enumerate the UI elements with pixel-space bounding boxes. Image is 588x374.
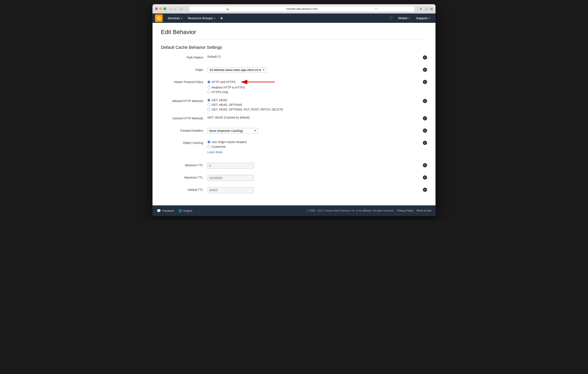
cached-http-label: Cached HTTP Methods [161,116,207,120]
allowed-http-get-head-radio[interactable] [207,99,210,102]
path-pattern-info-icon[interactable]: i [423,55,427,60]
global-nav-item[interactable]: Global ▼ [396,13,413,23]
allowed-http-get-head-options-radio[interactable] [207,103,210,106]
section-title: Default Cache Behavior Settings [161,45,427,50]
allowed-http-all-radio[interactable] [207,108,210,111]
aws-logo-icon [156,16,161,21]
forward-headers-info-icon[interactable]: i [423,128,427,133]
services-nav-item[interactable]: Services ▼ [165,13,185,23]
allowed-http-all-label: GET, HEAD, OPTIONS, PUT, POST, PATCH, DE… [212,108,283,111]
allowed-http-get-head-option[interactable]: GET, HEAD [207,98,421,102]
default-ttl-content [207,187,421,193]
tab-overview-button[interactable]: □ [179,7,184,11]
minimum-ttl-input[interactable] [207,163,254,169]
terms-of-use-link[interactable]: Terms of Use [416,209,431,212]
feedback-item[interactable]: 💬 Feedback [157,209,174,213]
privacy-policy-link[interactable]: Privacy Policy [397,209,413,212]
bookmark-nav-item[interactable]: ★ [218,16,225,21]
learn-more-link[interactable]: Learn More [207,150,223,154]
viewer-protocol-row: Viewer Protocol Policy HTTP and HTTPS [161,79,427,94]
viewer-protocol-http-https-radio[interactable] [207,81,210,84]
forward-headers-select[interactable]: None (Improves Caching) [207,128,258,134]
back-button[interactable]: ‹ [170,7,172,11]
viewer-protocol-label: Viewer Protocol Policy [161,79,207,84]
object-caching-use-origin-option[interactable]: Use Origin Cache Headers [207,140,421,144]
maximum-ttl-info-icon[interactable]: i [423,175,427,180]
page-title: Edit Behavior [161,29,427,35]
viewer-protocol-https-only-radio[interactable] [207,91,210,94]
maximize-button[interactable] [163,7,166,10]
new-tab-button[interactable]: ❏ [425,7,428,11]
viewer-protocol-http-https-label: HTTP and HTTPS [212,80,235,84]
minimize-button[interactable] [159,7,162,10]
forward-headers-row: Forward Headers None (Improves Caching) … [161,128,427,136]
nav-buttons: ‹ › [170,7,176,11]
default-ttl-label: Default TTL [161,187,207,192]
globe-icon: 🌐 [178,209,182,212]
url-bar[interactable]: 🔒 console.aws.amazon.com ↻ [189,6,415,12]
origin-select[interactable]: S3-Website-www-notes-app-client.s3-websi… [207,67,267,73]
minimum-ttl-label: Minimum TTL [161,163,207,167]
maximum-ttl-input[interactable] [207,175,254,181]
origin-info-icon[interactable]: i [423,68,427,72]
origin-content: S3-Website-www-notes-app-client.s3-websi… [207,67,421,73]
maximum-ttl-content [207,175,421,181]
allowed-http-row: Allowed HTTP Methods GET, HEAD GET, HEAD… [161,98,427,111]
maximum-ttl-value-group: i [207,175,427,181]
titlebar: ‹ › □ 🔒 console.aws.amazon.com ↻ ⬆ ❏ ⊞ [152,4,436,13]
allowed-http-get-head-options-option[interactable]: GET, HEAD, OPTIONS [207,103,421,107]
allowed-http-label: Allowed HTTP Methods [161,98,207,103]
feedback-label: Feedback [162,209,174,212]
viewer-protocol-redirect-option[interactable]: Redirect HTTP to HTTPS [207,86,421,89]
default-ttl-input[interactable] [207,187,254,193]
feedback-icon: 💬 [157,209,161,213]
cached-http-content: GET, HEAD (Cached by default) [207,116,421,119]
resource-groups-caret-icon: ▼ [213,17,216,20]
minimum-ttl-info-icon[interactable]: i [423,163,427,167]
origin-label: Origin [161,67,207,71]
share-button[interactable]: ⬆ [420,7,422,11]
viewer-protocol-redirect-radio[interactable] [207,86,210,89]
object-caching-row: Object Caching Use Origin Cache Headers … [161,140,427,154]
resource-groups-nav-item[interactable]: Resource Groups ▼ [185,13,218,23]
aws-logo [155,14,163,22]
english-item[interactable]: 🌐 English [178,209,192,212]
allowed-http-content: GET, HEAD GET, HEAD, OPTIONS GET, HEAD, … [207,98,421,111]
forward-headers-label: Forward Headers [161,128,207,132]
allowed-http-all-option[interactable]: GET, HEAD, OPTIONS, PUT, POST, PATCH, DE… [207,108,421,111]
notifications-icon[interactable]: ♡ [388,16,395,21]
traffic-lights [155,7,166,10]
footer-left: 💬 Feedback 🌐 English [157,209,192,213]
viewer-protocol-https-only-option[interactable]: HTTPS Only [207,90,421,94]
sidebar-toggle-button[interactable]: ⊞ [430,7,433,11]
forward-headers-content: None (Improves Caching) [207,128,421,134]
support-nav-item[interactable]: Support ▼ [414,13,433,23]
object-caching-info-icon[interactable]: i [423,141,427,145]
viewer-protocol-radio-group: HTTP and HTTPS [207,79,421,94]
object-caching-value-group: Use Origin Cache Headers Customize Learn… [207,140,427,154]
viewer-protocol-https-only-label: HTTPS Only [212,90,228,94]
origin-value-group: S3-Website-www-notes-app-client.s3-websi… [207,67,427,73]
maximum-ttl-label: Maximum TTL [161,175,207,179]
viewer-protocol-value-group: HTTP and HTTPS [207,79,427,94]
viewer-protocol-info-icon[interactable]: i [423,80,427,84]
red-arrow-annotation [239,79,277,85]
aws-navbar: Services ▼ Resource Groups ▼ ★ ♡ Global … [152,13,436,23]
object-caching-radio-group: Use Origin Cache Headers Customize Learn… [207,140,421,154]
default-ttl-value-group: i [207,187,427,193]
object-caching-content: Use Origin Cache Headers Customize Learn… [207,140,421,154]
support-caret-icon: ▼ [428,17,430,20]
default-ttl-info-icon[interactable]: i [423,188,427,192]
object-caching-customize-radio[interactable] [207,145,210,148]
viewer-protocol-http-https-option[interactable]: HTTP and HTTPS [207,79,421,85]
path-pattern-row: Path Pattern Default (*) i [161,55,427,63]
object-caching-customize-option[interactable]: Customize [207,145,421,148]
forward-button[interactable]: › [173,7,176,11]
titlebar-actions: ⬆ ❏ ⊞ [420,7,433,11]
allowed-http-info-icon[interactable]: i [423,99,427,103]
footer: 💬 Feedback 🌐 English © 2008 - 2017, Amaz… [152,205,436,216]
cached-http-info-icon[interactable]: i [423,116,427,120]
close-button[interactable] [155,7,158,10]
cached-http-row: Cached HTTP Methods GET, HEAD (Cached by… [161,116,427,123]
object-caching-use-origin-radio[interactable] [207,140,210,143]
